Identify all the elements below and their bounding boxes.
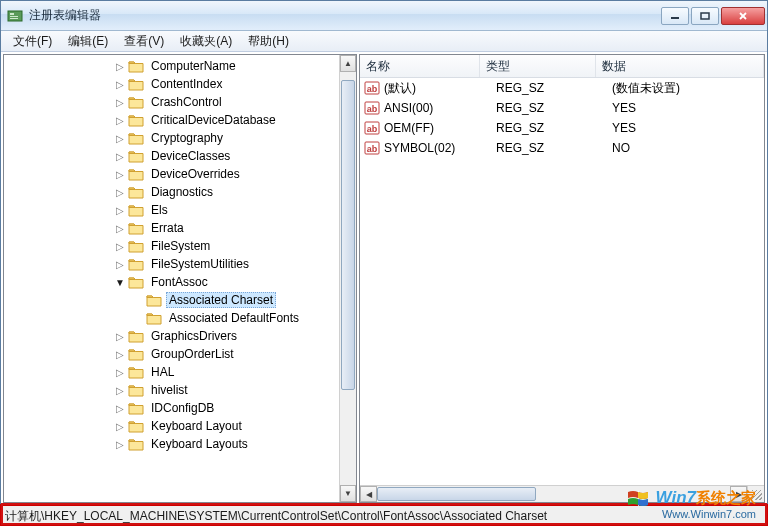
value-data: NO [612,141,764,155]
expander-closed-icon[interactable]: ▷ [112,130,128,146]
value-row[interactable]: abANSI(00)REG_SZYES [360,98,764,118]
expander-closed-icon[interactable]: ▷ [112,148,128,164]
expander-closed-icon[interactable]: ▷ [112,238,128,254]
tree-item[interactable]: ▷CrashControl [4,93,356,111]
tree-item[interactable]: ▷Els [4,201,356,219]
value-name: ANSI(00) [384,101,496,115]
scroll-track[interactable] [340,72,356,485]
tree-vscrollbar[interactable]: ▲ ▼ [339,55,356,502]
tree-item[interactable]: ▷IDConfigDB [4,399,356,417]
tree-item[interactable]: ▷FileSystemUtilities [4,255,356,273]
scroll-left-arrow-icon[interactable]: ◀ [360,486,377,502]
expander-closed-icon[interactable]: ▷ [112,382,128,398]
value-name: SYMBOL(02) [384,141,496,155]
value-data: (数值未设置) [612,80,764,97]
tree-label: FontAssoc [148,274,211,290]
tree-item[interactable]: ▷Cryptography [4,129,356,147]
svg-text:ab: ab [367,84,378,94]
reg-string-icon: ab [364,80,380,96]
svg-rect-3 [10,18,18,19]
svg-rect-5 [701,13,709,19]
resize-grip-icon[interactable] [747,485,764,502]
tree-panel: ▷ComputerName▷ContentIndex▷CrashControl▷… [3,54,357,503]
tree-item[interactable]: ▷DeviceOverrides [4,165,356,183]
window-title: 注册表编辑器 [29,7,661,24]
tree-label: Associated Charset [166,292,276,308]
expander-closed-icon[interactable]: ▷ [112,400,128,416]
column-name[interactable]: 名称 [360,55,480,77]
tree-item[interactable]: ▷Keyboard Layout [4,417,356,435]
statusbar: 计算机\HKEY_LOCAL_MACHINE\SYSTEM\CurrentCon… [1,505,767,525]
expander-closed-icon[interactable]: ▷ [112,166,128,182]
expander-closed-icon[interactable]: ▷ [112,364,128,380]
tree-label: DeviceClasses [148,148,233,164]
value-row[interactable]: abOEM(FF)REG_SZYES [360,118,764,138]
expander-closed-icon[interactable]: ▷ [112,112,128,128]
scroll-down-arrow-icon[interactable]: ▼ [340,485,356,502]
tree-item[interactable]: ▷Keyboard Layouts [4,435,356,453]
expander-closed-icon[interactable]: ▷ [112,184,128,200]
value-type: REG_SZ [496,121,612,135]
tree-label: IDConfigDB [148,400,217,416]
value-type: REG_SZ [496,101,612,115]
tree-label: HAL [148,364,177,380]
expander-closed-icon[interactable]: ▷ [112,436,128,452]
scroll-thumb[interactable] [341,80,355,390]
tree-label: Associated DefaultFonts [166,310,302,326]
value-data: YES [612,121,764,135]
scroll-up-arrow-icon[interactable]: ▲ [340,55,356,72]
expander-closed-icon[interactable]: ▷ [112,346,128,362]
tree-item[interactable]: ▷DeviceClasses [4,147,356,165]
column-data[interactable]: 数据 [596,55,764,77]
menu-edit[interactable]: 编辑(E) [60,31,116,52]
tree-scroll[interactable]: ▷ComputerName▷ContentIndex▷CrashControl▷… [4,55,356,502]
expander-closed-icon[interactable]: ▷ [112,94,128,110]
tree-item-fontassoc-child[interactable]: Associated Charset [4,291,356,309]
column-type[interactable]: 类型 [480,55,596,77]
tree-item[interactable]: ▷CriticalDeviceDatabase [4,111,356,129]
regedit-window: 注册表编辑器 文件(F) 编辑(E) 查看(V) 收藏夹(A) 帮助(H) ▷C… [0,0,768,526]
expander-closed-icon[interactable]: ▷ [112,76,128,92]
menu-view[interactable]: 查看(V) [116,31,172,52]
tree-item[interactable]: ▷hivelist [4,381,356,399]
close-button[interactable] [721,7,765,25]
tree-item-fontassoc-child[interactable]: Associated DefaultFonts [4,309,356,327]
minimize-button[interactable] [661,7,689,25]
tree-item[interactable]: ▷HAL [4,363,356,381]
expander-open-icon[interactable]: ▼ [112,274,128,290]
menu-help[interactable]: 帮助(H) [240,31,297,52]
expander-closed-icon[interactable]: ▷ [112,256,128,272]
expander-closed-icon[interactable]: ▷ [112,202,128,218]
value-row[interactable]: abSYMBOL(02)REG_SZNO [360,138,764,158]
tree-item[interactable]: ▷ContentIndex [4,75,356,93]
reg-string-icon: ab [364,100,380,116]
value-data: YES [612,101,764,115]
scroll-right-arrow-icon[interactable]: ▶ [730,486,747,502]
tree-item[interactable]: ▷GroupOrderList [4,345,356,363]
expander-none [130,292,146,308]
expander-closed-icon[interactable]: ▷ [112,418,128,434]
menu-favorites[interactable]: 收藏夹(A) [172,31,240,52]
tree-label: Keyboard Layout [148,418,245,434]
expander-closed-icon[interactable]: ▷ [112,220,128,236]
maximize-button[interactable] [691,7,719,25]
expander-closed-icon[interactable]: ▷ [112,58,128,74]
list-hscrollbar[interactable]: ◀ ▶ [360,485,747,502]
svg-text:ab: ab [367,104,378,114]
window-buttons [661,7,765,25]
value-row[interactable]: ab(默认)REG_SZ(数值未设置) [360,78,764,98]
titlebar[interactable]: 注册表编辑器 [1,1,767,31]
tree-item-fontassoc[interactable]: ▼FontAssoc [4,273,356,291]
hscroll-track[interactable] [377,486,730,502]
tree-item[interactable]: ▷Errata [4,219,356,237]
tree-label: Errata [148,220,187,236]
tree-item[interactable]: ▷ComputerName [4,57,356,75]
tree-item[interactable]: ▷FileSystem [4,237,356,255]
expander-closed-icon[interactable]: ▷ [112,328,128,344]
tree-item[interactable]: ▷GraphicsDrivers [4,327,356,345]
menu-file[interactable]: 文件(F) [5,31,60,52]
registry-tree: ▷ComputerName▷ContentIndex▷CrashControl▷… [4,55,356,455]
hscroll-thumb[interactable] [377,487,536,501]
tree-item[interactable]: ▷Diagnostics [4,183,356,201]
tree-label: Els [148,202,171,218]
